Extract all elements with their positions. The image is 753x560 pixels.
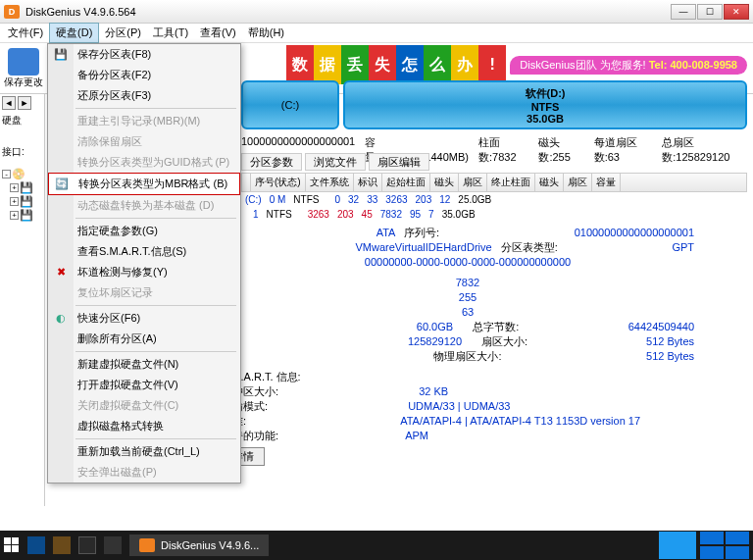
- promo-tile: 怎: [396, 45, 424, 84]
- nav-back[interactable]: ◄: [2, 96, 16, 110]
- table-header[interactable]: 扇区: [459, 174, 487, 191]
- menu-item: 清除保留扇区: [48, 131, 240, 152]
- promo-tile: 失: [369, 45, 396, 84]
- menu-item-icon: ✖: [53, 265, 69, 280]
- tab-partition-params[interactable]: 分区参数: [241, 153, 302, 171]
- partition-d[interactable]: 软件(D:) NTFS 35.0GB: [343, 80, 747, 129]
- menu-item[interactable]: 指定硬盘参数(G): [48, 221, 240, 241]
- nav-fwd[interactable]: ►: [18, 96, 31, 110]
- maximize-button[interactable]: ☐: [697, 4, 723, 20]
- toolbar-save[interactable]: 保存更改: [4, 48, 43, 89]
- expand-icon[interactable]: +: [10, 183, 19, 192]
- app-icon: [139, 538, 155, 552]
- disk-tree[interactable]: -📀 +💾 +💾 +💾: [2, 167, 45, 223]
- left-panel: ◄ ► 硬盘 接口:: [0, 94, 45, 506]
- expand-icon[interactable]: -: [2, 170, 11, 178]
- partition-c[interactable]: (C:): [241, 80, 339, 129]
- tab-sector-edit[interactable]: 扇区编辑: [369, 153, 429, 171]
- table-row[interactable]: 1NTFS326320345783295735.0GB: [241, 207, 747, 222]
- tab-bar: 分区参数 浏览文件 扇区编辑: [241, 155, 429, 170]
- menu-item[interactable]: 打开虚拟硬盘文件(V): [48, 375, 240, 395]
- menu-item: 重建主引导记录(MBR)(M): [48, 111, 240, 131]
- menu-item: 动态磁盘转换为基本磁盘 (D): [48, 195, 240, 216]
- promo-tile: 办: [451, 45, 478, 84]
- tab-browse-files[interactable]: 浏览文件: [305, 153, 366, 171]
- menu-view[interactable]: 查看(V): [194, 24, 242, 42]
- menu-tools[interactable]: 工具(T): [147, 24, 194, 42]
- promo-banner: 数据丢失怎么办! DiskGenius团队 为您服务! Tel: 400-008…: [286, 45, 747, 84]
- table-header[interactable]: 容量: [592, 174, 621, 191]
- minimize-button[interactable]: —: [671, 4, 696, 20]
- menu-item[interactable]: 备份分区表(F2): [48, 65, 240, 85]
- table-header[interactable]: [242, 174, 251, 191]
- menu-disk[interactable]: 硬盘(D): [49, 23, 99, 43]
- disk-details: ATA 序列号: 01000000000000000001 VMwareVirt…: [241, 226, 694, 466]
- menu-item-icon: 🔄: [54, 177, 70, 192]
- menu-item[interactable]: 删除所有分区(A): [48, 329, 240, 349]
- tray-windows-icon[interactable]: [700, 532, 749, 559]
- iface-label: 接口:: [0, 143, 44, 161]
- menu-item[interactable]: ◐快速分区(F6): [48, 308, 240, 329]
- save-icon: [8, 48, 39, 76]
- menu-item-icon: ◐: [53, 311, 69, 327]
- window-title: DiskGenius V4.9.6.564: [25, 6, 671, 18]
- table-row[interactable]: (C:)0 MNTFS0323332632031225.0GB: [241, 192, 747, 207]
- promo-balloon: DiskGenius团队 为您服务! Tel: 400-008-9958: [510, 56, 747, 75]
- menu-item[interactable]: ✖坏道检测与修复(Y): [48, 262, 240, 282]
- promo-tile: 丢: [341, 45, 369, 84]
- close-button[interactable]: ✕: [724, 4, 749, 20]
- disk-label: 硬盘: [0, 112, 44, 129]
- taskbar-icon[interactable]: [53, 536, 71, 554]
- taskbar-diskgenius[interactable]: DiskGenius V4.9.6...: [129, 535, 269, 556]
- table-header[interactable]: 文件系统: [306, 174, 354, 191]
- menu-item: 复位坏扇区记录: [48, 282, 240, 303]
- menu-item[interactable]: 还原分区表(F3): [48, 85, 240, 106]
- menu-item[interactable]: 重新加载当前硬盘(Ctrl_L): [48, 441, 240, 462]
- menu-file[interactable]: 文件(F): [2, 24, 49, 42]
- menu-item: 关闭虚拟硬盘文件(C): [48, 395, 240, 416]
- disk-map: (C:) 软件(D:) NTFS 35.0GB: [241, 80, 747, 129]
- taskbar-icon[interactable]: [104, 536, 122, 554]
- taskbar-icon[interactable]: [27, 536, 45, 554]
- disk-info-bar: 1000000000000000001 容量:60.0GB(61440MB) 柱…: [241, 135, 747, 153]
- table-header[interactable]: 扇区: [564, 174, 592, 191]
- table-header[interactable]: 磁头: [535, 174, 564, 191]
- table-header[interactable]: 起始柱面: [382, 174, 430, 191]
- table-header[interactable]: 终止柱面: [487, 174, 535, 191]
- partition-table: 序号(状态)文件系统标识起始柱面磁头扇区终止柱面磁头扇区容量 (C:)0 MNT…: [241, 173, 747, 222]
- start-button[interactable]: [4, 537, 20, 553]
- table-header[interactable]: 序号(状态): [251, 174, 306, 191]
- menu-item[interactable]: 新建虚拟硬盘文件(N): [48, 354, 240, 375]
- expand-icon[interactable]: +: [10, 211, 19, 220]
- menu-item[interactable]: 虚拟磁盘格式转换: [48, 416, 240, 436]
- menubar: 文件(F) 硬盘(D) 分区(P) 工具(T) 查看(V) 帮助(H): [0, 24, 753, 43]
- disk-menu-dropdown: 💾保存分区表(F8)备份分区表(F2)还原分区表(F3)重建主引导记录(MBR)…: [47, 43, 241, 484]
- tray-twitter-icon[interactable]: [659, 532, 696, 559]
- taskbar: DiskGenius V4.9.6...: [0, 531, 753, 560]
- table-header[interactable]: 磁头: [430, 174, 459, 191]
- promo-tile: !: [478, 45, 506, 84]
- taskbar-icon[interactable]: [78, 536, 96, 554]
- promo-tile: 么: [424, 45, 451, 84]
- menu-item: 安全弹出磁盘(P): [48, 462, 240, 483]
- table-header[interactable]: 标识: [354, 174, 382, 191]
- menu-item-icon: 💾: [53, 47, 69, 63]
- titlebar: D DiskGenius V4.9.6.564 — ☐ ✕: [0, 0, 753, 24]
- menu-partition[interactable]: 分区(P): [99, 24, 147, 42]
- menu-item[interactable]: 🔄转换分区表类型为MBR格式 (B): [48, 173, 240, 195]
- menu-help[interactable]: 帮助(H): [242, 24, 290, 42]
- menu-item[interactable]: 查看S.M.A.R.T.信息(S): [48, 241, 240, 262]
- promo-tile: 数: [286, 45, 314, 84]
- app-icon: D: [4, 5, 20, 19]
- menu-item: 转换分区表类型为GUID格式 (P): [48, 152, 240, 173]
- expand-icon[interactable]: +: [10, 197, 19, 206]
- menu-item[interactable]: 💾保存分区表(F8): [48, 44, 240, 65]
- promo-tile: 据: [314, 45, 341, 84]
